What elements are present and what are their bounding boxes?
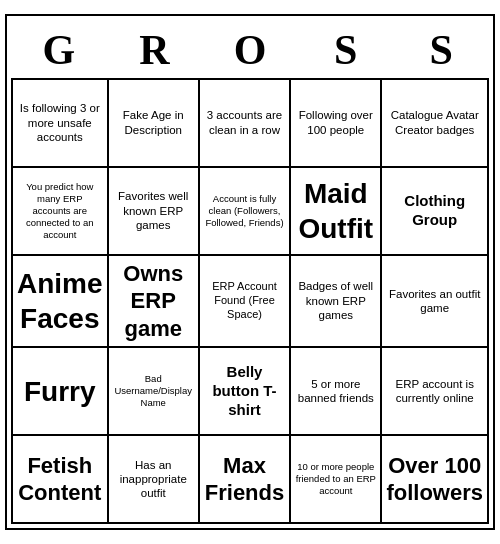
bingo-cell: Over 100 followers [382,436,489,524]
bingo-cell: Maid Outfit [291,168,382,256]
bingo-cell: Anime Faces [13,256,109,349]
bingo-cell: Clothing Group [382,168,489,256]
bingo-cell: Owns ERP game [109,256,200,349]
bingo-cell: 3 accounts are clean in a row [200,80,291,168]
bingo-cell: 10 or more people friended to an ERP acc… [291,436,382,524]
bingo-title: GROSS [11,20,489,78]
title-letter: S [397,26,485,74]
title-letter: G [15,26,103,74]
title-letter: R [110,26,198,74]
bingo-cell: Has an inappropriate outfit [109,436,200,524]
title-letter: O [206,26,294,74]
bingo-cell: You predict how many ERP accounts are co… [13,168,109,256]
bingo-cell: Bad Username/Display Name [109,348,200,436]
bingo-cell: Badges of well known ERP games [291,256,382,349]
bingo-cell: Favorites well known ERP games [109,168,200,256]
bingo-cell: 5 or more banned friends [291,348,382,436]
bingo-cell: Account is fully clean (Followers, Follo… [200,168,291,256]
bingo-card: GROSS Is following 3 or more unsafe acco… [5,14,495,531]
bingo-cell: Fake Age in Description [109,80,200,168]
title-letter: S [302,26,390,74]
bingo-cell: Max Friends [200,436,291,524]
bingo-cell: ERP Account Found (Free Space) [200,256,291,349]
bingo-grid: Is following 3 or more unsafe accountsFa… [11,78,489,525]
bingo-cell: Fetish Content [13,436,109,524]
bingo-cell: Catalogue Avatar Creator badges [382,80,489,168]
bingo-cell: Belly button T-shirt [200,348,291,436]
bingo-cell: Following over 100 people [291,80,382,168]
bingo-cell: ERP account is currently online [382,348,489,436]
bingo-cell: Favorites an outfit game [382,256,489,349]
bingo-cell: Furry [13,348,109,436]
bingo-cell: Is following 3 or more unsafe accounts [13,80,109,168]
